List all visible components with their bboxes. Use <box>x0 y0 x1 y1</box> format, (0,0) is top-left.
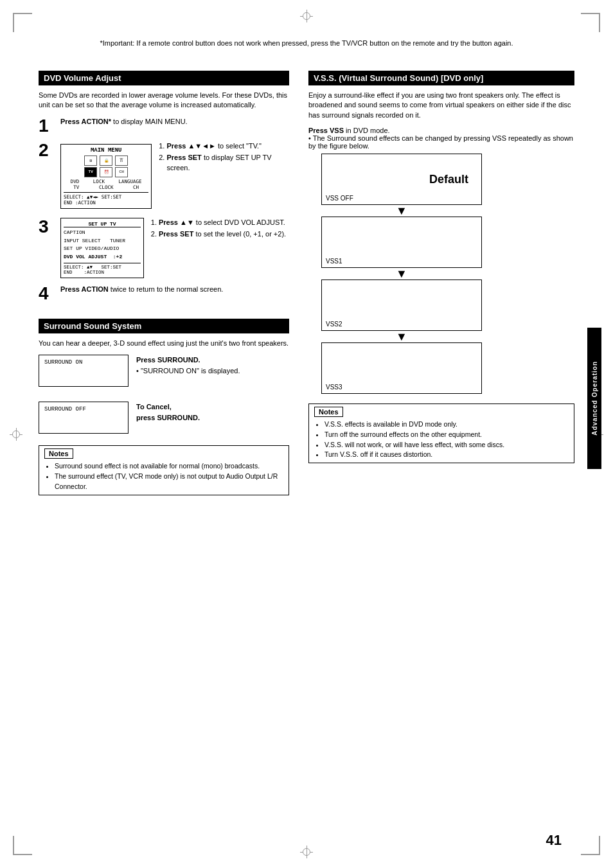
advanced-operation-label: Advanced Operation <box>591 361 598 436</box>
vss-body: Enjoy a surround-like effect if you are … <box>308 91 574 120</box>
vss1-label: VSS1 <box>326 258 342 265</box>
center-crosshair-top <box>300 10 313 22</box>
dvd-volume-body: Some DVDs are recorded in lower average … <box>39 91 289 111</box>
vss-note-4: Turn V.S.S. off if it causes distortion. <box>324 450 569 460</box>
step-1-row: 1 Press ACTION* to display MAIN MENU. <box>39 117 289 135</box>
clock-icon-menu: ⏰ <box>100 167 112 177</box>
vss2-label: VSS2 <box>326 321 342 328</box>
corner-mark-tr <box>581 13 600 32</box>
vss1-row: VSS1 <box>321 217 482 268</box>
vss-notes-list: V.S.S. effects is available in DVD mode … <box>314 420 569 460</box>
vss-off-label: VSS OFF <box>326 195 353 202</box>
surround-notes: Notes Surround sound effect is not avail… <box>39 445 289 495</box>
step-2-number: 2 <box>39 141 57 159</box>
surround-on-box: SURROUND ON <box>39 355 129 387</box>
vss2-row: VSS2 <box>321 279 482 331</box>
setup-tv-diagram: SET UP TV CAPTION INPUT SELECT TUNER SET… <box>60 218 144 278</box>
surround-note-2: The surround effect (TV, VCR mode only) … <box>55 472 283 492</box>
vss-notes: Notes V.S.S. effects is available in DVD… <box>308 403 574 463</box>
surround-section: Surround Sound System You can hear a dee… <box>39 319 289 495</box>
step-3-number: 3 <box>39 218 57 236</box>
vss2-box: VSS2 <box>321 279 482 331</box>
vss3-label: VSS3 <box>326 384 342 391</box>
step-3-instructions: Press ▲▼ to select DVD VOL ADJUST. Press… <box>149 218 286 242</box>
surround-note-1: Surround sound effect is not available f… <box>55 461 283 472</box>
page-number: 41 <box>546 832 562 849</box>
setup-tv-select: SELECT: ▲▼ SET:SETEND :ACTION <box>64 263 141 275</box>
vss-note-2: Turn off the surround effects on the oth… <box>324 430 569 440</box>
step-1-text: Press ACTION* to display MAIN MENU. <box>60 117 289 127</box>
step-4-row: 4 Press ACTION twice to return to the no… <box>39 285 289 303</box>
right-column: V.S.S. (Virtual Surround Sound) [DVD onl… <box>308 71 574 463</box>
dvd-volume-header: DVD Volume Adjust <box>39 71 289 85</box>
vss-section: V.S.S. (Virtual Surround Sound) [DVD onl… <box>308 71 574 463</box>
surround-off-box: SURROUND OFF <box>39 402 129 434</box>
dvd-volume-section: DVD Volume Adjust Some DVDs are recorded… <box>39 71 289 303</box>
surround-notes-header: Notes <box>44 448 73 459</box>
corner-mark-bl <box>13 836 32 855</box>
vss-note-3: V.S.S. will not work, or will have less … <box>324 440 569 450</box>
vss-notes-header: Notes <box>314 407 343 417</box>
step-2-instructions: Press ▲▼◄► to select "TV." Press SET to … <box>157 141 289 175</box>
step-4-number: 4 <box>39 285 57 303</box>
step-3-row: 3 SET UP TV CAPTION INPUT SELECT TUNER S… <box>39 218 289 278</box>
setup-tv-items: CAPTION INPUT SELECT TUNER SET UP VIDEO/… <box>64 229 141 261</box>
surround-header: Surround Sound System <box>39 319 289 333</box>
main-menu-diagram: MAIN MENU ⊞ 🔒 言 TV ⏰ CH <box>60 144 152 209</box>
surround-on-instructions: Press SURROUND. • "SURROUND ON" is displ… <box>136 355 240 376</box>
surround-off-row: SURROUND OFF To Cancel, press SURROUND. <box>39 402 289 439</box>
lock-icon: 🔒 <box>100 155 112 166</box>
step-4-text: Press ACTION twice to return to the norm… <box>60 285 289 294</box>
menu-labels: DVDLOCKLANGUAGE TVCLOCKCH <box>64 179 148 190</box>
arrow-1: ▼ <box>321 205 482 217</box>
vss-off-row: VSS OFF Default <box>321 154 482 205</box>
corner-mark-tl <box>13 13 32 32</box>
step-1-number: 1 <box>39 117 57 135</box>
language-icon: 言 <box>115 155 128 166</box>
surround-off-instructions: To Cancel, press SURROUND. <box>136 402 200 423</box>
side-crosshair-left <box>10 428 22 441</box>
center-crosshair-bottom <box>300 846 313 858</box>
vss-diagram: VSS OFF Default ▼ VSS1 ▼ <box>321 154 482 394</box>
vss-press-instruction: Press VSS in DVD mode. • The Surround so… <box>308 127 574 150</box>
tv-icon-menu: TV <box>84 167 97 177</box>
setup-tv-title: SET UP TV <box>64 221 141 227</box>
vss1-box: VSS1 <box>321 217 482 268</box>
vss-note-1: V.S.S. effects is available in DVD mode … <box>324 420 569 430</box>
ch-icon-menu: CH <box>115 167 128 177</box>
step-2-row: 2 MAIN MENU ⊞ 🔒 言 <box>39 141 289 211</box>
menu-select-line: SELECT: ▲▼◄► SET:SETEND :ACTION <box>64 192 148 206</box>
vss-header: V.S.S. (Virtual Surround Sound) [DVD onl… <box>308 71 574 85</box>
dvd-icon: ⊞ <box>84 155 97 166</box>
arrow-2: ▼ <box>321 268 482 279</box>
surround-on-row: SURROUND ON Press SURROUND. • "SURROUND … <box>39 355 289 392</box>
corner-mark-br <box>581 836 600 855</box>
vss-off-box: VSS OFF Default <box>321 154 482 205</box>
arrow-3: ▼ <box>321 331 482 342</box>
surround-body: You can hear a deeper, 3-D sound effect … <box>39 339 289 348</box>
default-label: Default <box>429 173 468 186</box>
top-note: *Important: If a remote control button d… <box>51 39 562 48</box>
vss3-row: VSS3 <box>321 342 482 394</box>
vss3-box: VSS3 <box>321 342 482 394</box>
advanced-operation-sidebar: Advanced Operation <box>587 328 601 469</box>
surround-notes-list: Surround sound effect is not available f… <box>44 461 283 492</box>
main-menu-title: MAIN MENU <box>64 147 148 154</box>
